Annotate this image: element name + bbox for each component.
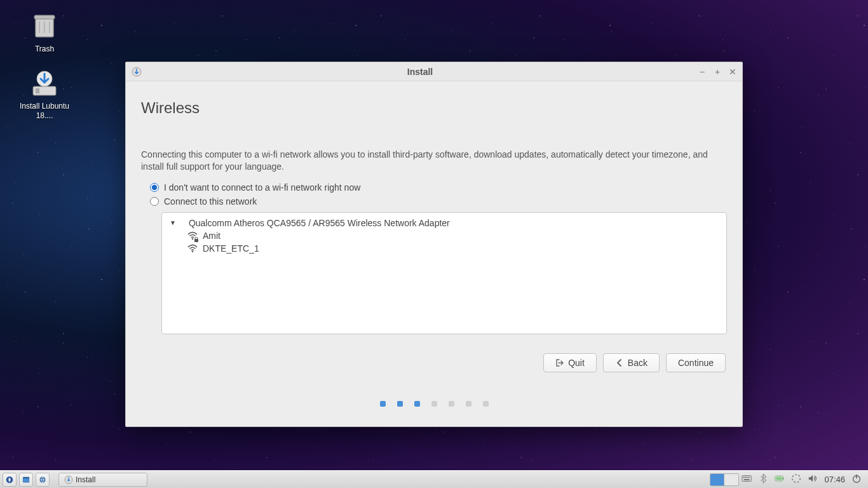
taskbar-task-label: Install — [76, 475, 95, 484]
power-icon — [851, 473, 862, 484]
svg-rect-17 — [742, 476, 751, 482]
window-app-icon — [131, 66, 142, 78]
installer-window: Install − + ✕ Wireless Connecting this c… — [125, 62, 743, 427]
install-disk-icon — [29, 69, 60, 99]
shutdown-button[interactable] — [851, 473, 862, 485]
chevron-left-icon — [615, 358, 624, 367]
network-list[interactable]: ▼ Qualcomm Atheros QCA9565 / AR9565 Wire… — [161, 212, 727, 334]
disclosure-triangle-icon[interactable]: ▼ — [170, 219, 176, 226]
workspace-switcher[interactable] — [710, 473, 739, 486]
radio-connect-input[interactable] — [150, 197, 159, 206]
back-button[interactable]: Back — [603, 353, 660, 372]
svg-rect-22 — [744, 479, 750, 480]
network-item[interactable]: Amit — [187, 231, 720, 241]
keyboard-indicator[interactable] — [742, 473, 752, 485]
window-close-button[interactable]: ✕ — [728, 67, 737, 77]
svg-point-26 — [792, 475, 800, 482]
lubuntu-logo-icon — [6, 476, 13, 484]
volume-indicator[interactable] — [808, 473, 818, 485]
svg-rect-6 — [36, 88, 39, 93]
page-heading: Wireless — [141, 99, 727, 117]
clock[interactable]: 07:46 — [824, 475, 845, 484]
start-menu-button[interactable] — [3, 473, 17, 487]
radio-connect[interactable]: Connect to this network — [150, 196, 727, 207]
browser-button[interactable] — [36, 473, 50, 487]
continue-button[interactable]: Continue — [666, 353, 726, 372]
volume-icon — [808, 473, 818, 484]
svg-rect-19 — [745, 477, 747, 478]
titlebar[interactable]: Install − + ✕ — [126, 62, 742, 81]
page-description: Connecting this computer to a wi-fi netw… — [141, 149, 727, 173]
desktop-icon-label: Trash — [35, 44, 54, 53]
button-row: Quit Back Continue — [141, 353, 727, 372]
desktop-icon-install[interactable]: Install Lubuntu 18.... — [19, 69, 70, 120]
window-title: Install — [142, 67, 698, 77]
battery-indicator[interactable] — [775, 473, 785, 485]
network-ssid-label: DKTE_ETC_1 — [203, 243, 259, 254]
svg-rect-24 — [783, 477, 784, 479]
keyboard-icon — [742, 473, 752, 484]
taskbar: Install 07:46 — [0, 470, 868, 488]
step-dot — [466, 401, 471, 407]
svg-rect-25 — [776, 477, 782, 480]
svg-rect-10 — [194, 239, 198, 242]
radio-dont-connect-input[interactable] — [150, 183, 159, 192]
step-dot — [397, 401, 403, 407]
desktop-icon-trash[interactable]: Trash — [19, 11, 70, 53]
quit-button-label: Quit — [568, 358, 585, 368]
radio-connect-label: Connect to this network — [164, 196, 257, 207]
svg-point-11 — [192, 251, 193, 252]
back-button-label: Back — [628, 358, 648, 368]
svg-point-9 — [192, 238, 193, 240]
window-maximize-button[interactable]: + — [713, 67, 722, 77]
desktop-icon-label: Install Lubuntu 18.... — [19, 102, 70, 120]
svg-rect-21 — [749, 477, 750, 478]
browser-icon — [39, 476, 46, 484]
taskbar-task-install[interactable]: Install — [58, 473, 147, 487]
exit-icon — [555, 358, 564, 367]
step-dot — [431, 401, 437, 407]
svg-rect-14 — [23, 477, 29, 478]
network-adapter-label: Qualcomm Atheros QCA9565 / AR9565 Wirele… — [189, 218, 450, 228]
radio-dont-connect[interactable]: I don't want to connect to a wi-fi netwo… — [150, 182, 727, 193]
installer-content: Wireless Connecting this computer to a w… — [126, 81, 742, 426]
wifi-secured-icon — [187, 231, 198, 241]
workspace-1[interactable] — [710, 474, 724, 485]
step-dot — [380, 401, 386, 407]
network-adapter-row[interactable]: ▼ Qualcomm Atheros QCA9565 / AR9565 Wire… — [170, 218, 720, 228]
step-indicator — [141, 381, 727, 426]
step-dot — [414, 401, 420, 407]
file-manager-icon — [22, 476, 30, 484]
radio-dont-connect-label: I don't want to connect to a wi-fi netwo… — [164, 182, 360, 193]
svg-rect-18 — [743, 477, 745, 478]
svg-rect-1 — [34, 15, 55, 19]
step-dot — [483, 401, 489, 407]
window-minimize-button[interactable]: − — [698, 67, 707, 77]
continue-button-label: Continue — [678, 358, 714, 368]
file-manager-button[interactable] — [19, 473, 33, 487]
network-item[interactable]: DKTE_ETC_1 — [187, 243, 720, 254]
step-dot — [449, 401, 454, 407]
svg-rect-20 — [747, 477, 748, 478]
quit-button[interactable]: Quit — [543, 353, 597, 372]
network-ssid-label: Amit — [203, 231, 220, 241]
bluetooth-icon — [758, 473, 768, 484]
battery-icon — [775, 473, 785, 484]
bluetooth-indicator[interactable] — [758, 473, 768, 485]
wifi-icon — [187, 243, 198, 254]
workspace-2[interactable] — [724, 474, 738, 485]
desktop-icons: Trash Install Lubuntu 18.... — [19, 11, 70, 120]
install-task-icon — [64, 475, 73, 484]
window-controls: − + ✕ — [698, 67, 737, 77]
network-indicator[interactable] — [791, 473, 801, 485]
trash-icon — [29, 11, 60, 42]
network-busy-icon — [791, 473, 801, 484]
system-tray: 07:46 — [742, 473, 865, 485]
